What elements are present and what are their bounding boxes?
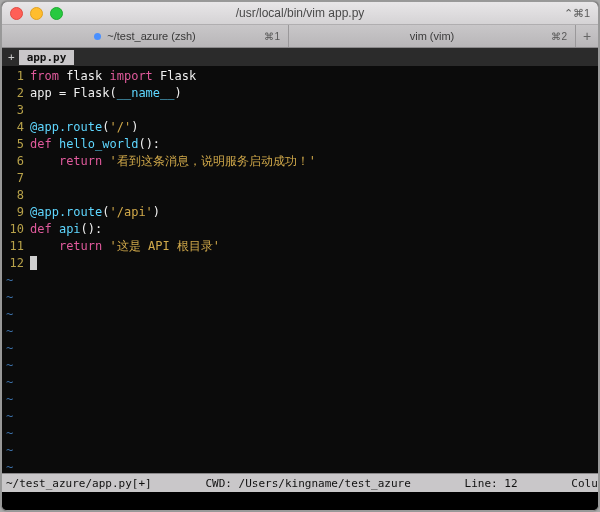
line-number: 12 [2, 255, 30, 272]
empty-line: ~ [2, 391, 598, 408]
buffer-tab-bar: + app.py [2, 48, 598, 66]
window-title: /usr/local/bin/vim app.py [2, 6, 598, 20]
tilde-icon: ~ [2, 340, 13, 357]
code-line: 7 [2, 170, 598, 187]
tilde-icon: ~ [2, 272, 13, 289]
line-number: 3 [2, 102, 30, 119]
empty-line: ~ [2, 374, 598, 391]
code-line: 4@app.route('/') [2, 119, 598, 136]
empty-line: ~ [2, 408, 598, 425]
code-line: 6 return '看到这条消息，说明服务启动成功！' [2, 153, 598, 170]
terminal-window: /usr/local/bin/vim app.py ⌃⌘1 ~/test_azu… [1, 1, 599, 511]
tilde-icon: ~ [2, 459, 13, 473]
tilde-icon: ~ [2, 408, 13, 425]
code-content: @app.route('/') [30, 119, 138, 136]
tab-label: vim (vim) [410, 30, 455, 42]
tilde-icon: ~ [2, 289, 13, 306]
code-content [30, 255, 37, 272]
code-content: from flask import Flask [30, 68, 196, 85]
code-line: 10def api(): [2, 221, 598, 238]
line-number: 10 [2, 221, 30, 238]
empty-line: ~ [2, 459, 598, 473]
status-bar: ~/test_azure/app.py[+] CWD: /Users/kingn… [2, 473, 598, 492]
code-line: 2app = Flask(__name__) [2, 85, 598, 102]
line-number: 7 [2, 170, 30, 187]
minimize-icon[interactable] [30, 7, 43, 20]
add-tab-button[interactable]: + [576, 25, 598, 47]
code-content: @app.route('/api') [30, 204, 160, 221]
titlebar[interactable]: /usr/local/bin/vim app.py ⌃⌘1 [2, 2, 598, 25]
buffer-tab[interactable]: app.py [19, 50, 75, 65]
zoom-icon[interactable] [50, 7, 63, 20]
tilde-icon: ~ [2, 357, 13, 374]
line-number: 9 [2, 204, 30, 221]
empty-line: ~ [2, 425, 598, 442]
code-content: app = Flask(__name__) [30, 85, 182, 102]
code-content: return '这是 API 根目录' [30, 238, 220, 255]
code-content: return '看到这条消息，说明服务启动成功！' [30, 153, 316, 170]
empty-line: ~ [2, 340, 598, 357]
code-line: 5def hello_world(): [2, 136, 598, 153]
line-number: 4 [2, 119, 30, 136]
code-line: 8 [2, 187, 598, 204]
editor-area[interactable]: 1from flask import Flask2app = Flask(__n… [2, 66, 598, 473]
code-line: 11 return '这是 API 根目录' [2, 238, 598, 255]
tilde-icon: ~ [2, 442, 13, 459]
line-number: 8 [2, 187, 30, 204]
tilde-icon: ~ [2, 323, 13, 340]
empty-line: ~ [2, 306, 598, 323]
code-content: def api(): [30, 221, 102, 238]
tab-vim[interactable]: vim (vim) ⌘2 [289, 25, 576, 47]
window-shortcut: ⌃⌘1 [564, 7, 590, 20]
empty-line: ~ [2, 289, 598, 306]
status-file: ~/test_azure/app.py[+] [6, 477, 152, 490]
tilde-icon: ~ [2, 391, 13, 408]
line-number: 2 [2, 85, 30, 102]
tilde-icon: ~ [2, 425, 13, 442]
code-line: 9@app.route('/api') [2, 204, 598, 221]
code-line: 3 [2, 102, 598, 119]
empty-line: ~ [2, 323, 598, 340]
code-line: 1from flask import Flask [2, 68, 598, 85]
tab-shortcut: ⌘1 [264, 31, 280, 42]
modified-indicator-icon [94, 33, 101, 40]
tab-shortcut: ⌘2 [551, 31, 567, 42]
line-number: 5 [2, 136, 30, 153]
tab-shell[interactable]: ~/test_azure (zsh) ⌘1 [2, 25, 289, 47]
command-line-area[interactable] [2, 492, 598, 510]
code-line: 12 [2, 255, 598, 272]
window-controls [10, 7, 63, 20]
empty-line: ~ [2, 272, 598, 289]
close-icon[interactable] [10, 7, 23, 20]
code-content: def hello_world(): [30, 136, 160, 153]
tilde-icon: ~ [2, 306, 13, 323]
empty-line: ~ [2, 442, 598, 459]
line-number: 6 [2, 153, 30, 170]
cursor [30, 256, 37, 270]
tilde-icon: ~ [2, 374, 13, 391]
buffer-modified-icon: + [2, 51, 19, 64]
empty-line: ~ [2, 357, 598, 374]
tab-label: ~/test_azure (zsh) [107, 30, 195, 42]
tab-bar: ~/test_azure (zsh) ⌘1 vim (vim) ⌘2 + [2, 25, 598, 48]
line-number: 1 [2, 68, 30, 85]
line-number: 11 [2, 238, 30, 255]
